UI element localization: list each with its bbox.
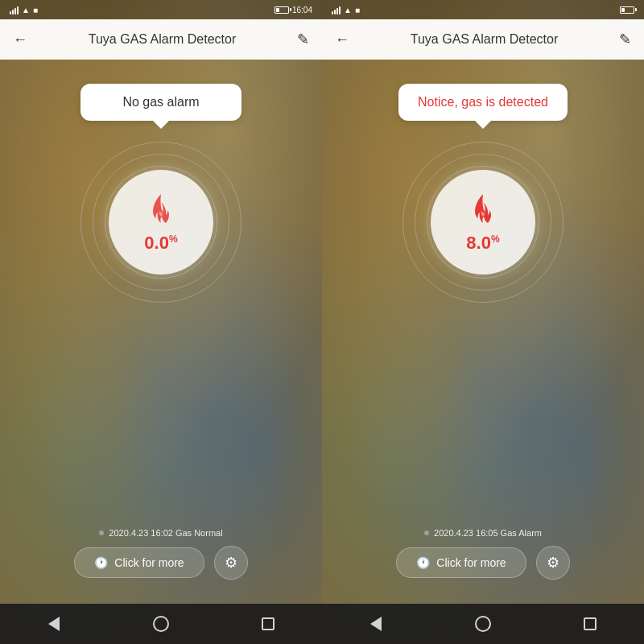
nav-home-right[interactable] [472,613,494,635]
notification-icon: ■ [33,6,38,14]
status-bar-left: ▲ ■ 16:04 [0,0,322,19]
sensor-circle-normal: 0.0% [109,170,213,275]
nav-recent-right[interactable] [579,613,601,635]
status-bubble-alarm: Notice, gas is detected [398,84,568,121]
click-more-button-alarm[interactable]: 🕐 Click for more [396,547,526,578]
signal-icon [10,5,19,14]
nav-recent-left[interactable] [257,613,279,635]
back-button-left[interactable]: ← [13,31,27,48]
status-left-icons: ▲ ■ [10,5,38,14]
log-text-alarm: 2020.4.23 16:05 Gas Alarm [424,528,542,538]
status-bubble-normal: No gas alarm [80,84,242,121]
recent-icon-right [584,617,597,630]
battery-fill [276,8,279,12]
edit-button-right[interactable]: ✎ [619,31,631,48]
wifi-icon: ▲ [22,6,30,14]
back-button-right[interactable]: ← [335,31,349,48]
home-icon-right [475,616,491,632]
nav-back-left[interactable] [43,613,65,635]
sensor-circle-alarm: 8.0% [431,170,535,275]
recent-icon-left [262,617,275,630]
bottom-area-normal: 2020.4.23 16:02 Gas Normal 🕐 Click for m… [0,528,322,580]
gas-value-normal: 0.0% [144,233,177,254]
flame-icon-normal [142,191,180,233]
back-icon-right [370,617,382,631]
header-alarm: ← Tuya GAS Alarm Detector ✎ [322,19,644,60]
nav-home-left[interactable] [150,613,172,635]
log-dot-alarm [424,530,429,535]
gear-icon-right: ⚙ [547,554,559,572]
settings-button-alarm[interactable]: ⚙ [536,546,570,580]
flame-icon-alarm [464,191,502,233]
log-dot-normal [99,530,104,535]
page-title-left: Tuya GAS Alarm Detector [89,32,236,47]
status-left-icons-right: ▲ ■ [332,5,360,14]
sensor-display-alarm: 8.0% [402,142,564,303]
status-bar-right: ▲ ■ [322,0,644,19]
bottom-area-alarm: 2020.4.23 16:05 Gas Alarm 🕐 Click for mo… [322,528,644,580]
edit-button-left[interactable]: ✎ [297,31,309,48]
phone-panel-normal: ▲ ■ 16:04 ← Tuya GAS Alarm Detector ✎ No… [0,0,322,644]
bottom-buttons-normal: 🕐 Click for more ⚙ [74,546,247,580]
bubble-text-alarm: Notice, gas is detected [418,95,548,109]
clock-icon-right: 🕐 [416,556,430,569]
settings-button-normal[interactable]: ⚙ [214,546,248,580]
content-alarm: Notice, gas is detected 8.0% [322,60,644,303]
wifi-icon-right: ▲ [344,6,352,14]
status-right-icons: 16:04 [275,6,312,14]
battery-fill-right [621,8,625,12]
clock-icon-left: 🕐 [94,556,108,569]
content-normal: No gas alarm 0.0% [0,60,322,303]
header-normal: ← Tuya GAS Alarm Detector ✎ [0,19,322,60]
notification-icon-right: ■ [355,6,360,14]
gear-icon-left: ⚙ [225,554,237,572]
bottom-buttons-alarm: 🕐 Click for more ⚙ [396,546,569,580]
page-title-right: Tuya GAS Alarm Detector [411,32,558,47]
status-right-icons-right [620,6,634,14]
nav-bar-left [0,604,322,644]
phone-panel-alarm: ▲ ■ ← Tuya GAS Alarm Detector ✎ Notice, … [322,0,644,644]
battery-icon-right [620,6,634,14]
bubble-text-normal: No gas alarm [122,95,199,109]
nav-bar-right [322,604,644,644]
click-more-button-normal[interactable]: 🕐 Click for more [74,547,204,578]
battery-icon [275,6,289,14]
nav-back-right[interactable] [365,613,387,635]
gas-value-alarm: 8.0% [466,233,499,254]
back-icon-left [48,617,60,631]
sensor-display-normal: 0.0% [80,142,242,303]
signal-icon-right [332,5,341,14]
home-icon-left [153,616,169,632]
time-display: 16:04 [292,6,312,14]
log-text-normal: 2020.4.23 16:02 Gas Normal [99,528,222,538]
